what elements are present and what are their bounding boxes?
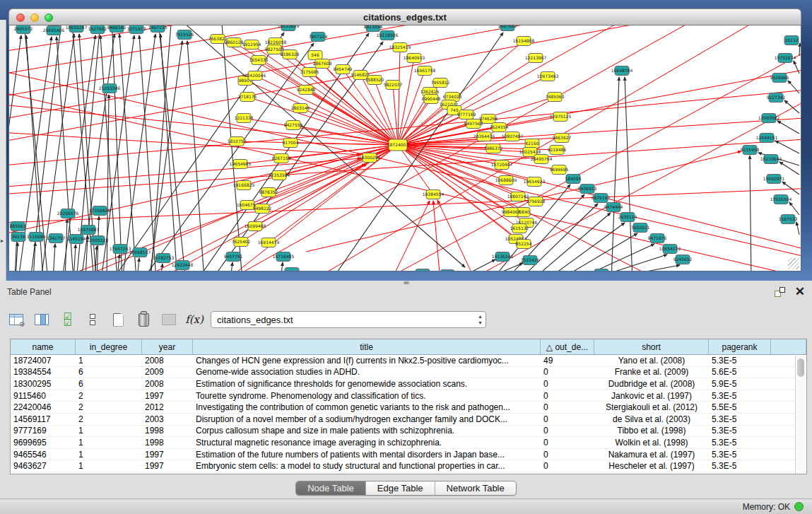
select-columns-button[interactable]: [33, 310, 51, 329]
table-body: 1872400712008Changes of HCN gene express…: [11, 355, 806, 474]
column-header-short[interactable]: short: [594, 339, 709, 354]
table-cell: 1997: [142, 450, 193, 460]
graph-node-label: 3175685: [300, 69, 319, 74]
graph-edge: [398, 145, 666, 271]
graph-node-label: 9227342: [767, 95, 786, 100]
table-row[interactable]: 946362711997Embryonic stem cells: a mode…: [11, 460, 806, 472]
column-header-title[interactable]: title: [193, 339, 541, 354]
graph-edge: [611, 77, 619, 271]
graph-edge: [53, 244, 55, 271]
table-settings-button[interactable]: ⚙: [7, 310, 25, 329]
graph-node-label: 7485063: [546, 94, 565, 99]
graph-node-label: 15720407: [491, 162, 513, 167]
memory-ok-icon[interactable]: [794, 502, 804, 511]
float-panel-icon[interactable]: [775, 287, 785, 297]
tab-edge-table[interactable]: Edge Table: [366, 481, 435, 495]
graph-edge: [73, 245, 76, 271]
graph-node-label: 8267150: [272, 156, 291, 160]
table-cell: Structural magnetic resonance image aver…: [193, 438, 541, 448]
graph-node-label: 12213967: [525, 55, 547, 60]
graph-node-label: 17957253: [110, 246, 131, 251]
column-header-name[interactable]: name: [11, 339, 76, 354]
graph-node-label: 16914479: [258, 240, 280, 245]
graph-node-label: 9245652: [673, 257, 693, 262]
graph-node-label: 1145194: [67, 236, 86, 241]
close-panel-icon[interactable]: ✕: [795, 287, 805, 297]
column-header-pagerank[interactable]: pagerank: [709, 339, 771, 354]
function-builder-button[interactable]: f(x): [185, 310, 204, 329]
table-row[interactable]: 1830029562008Estimation of significance …: [11, 378, 806, 390]
graph-edge: [398, 117, 801, 145]
table-row[interactable]: 1872400712008Changes of HCN gene express…: [11, 355, 806, 367]
graph-node-label: 62160: [525, 141, 539, 146]
graph-node-label: 917004: [283, 140, 299, 145]
window-resize-grip[interactable]: [788, 258, 799, 269]
show-hide-columns-button[interactable]: ☑☑: [58, 310, 76, 329]
create-column-button[interactable]: [109, 310, 127, 329]
graph-edge: [779, 162, 799, 175]
table-selector-dropdown[interactable]: citations_edges.txt ▲▼: [211, 311, 486, 328]
table-cell: 5.3E-5: [709, 450, 771, 460]
graph-node-label: 12923448: [172, 262, 194, 267]
graph-canvas[interactable]: 2405572206914061065528715276028466160107…: [8, 25, 801, 271]
graph-node-label: 8186328: [281, 52, 300, 57]
graph-edge: [433, 201, 440, 271]
tab-node-table[interactable]: Node Table: [296, 481, 366, 495]
zoom-button[interactable]: [45, 13, 53, 22]
graph-node-label: 184095: [565, 176, 582, 181]
table-row[interactable]: 2242004622012Investigating the contribut…: [11, 402, 806, 414]
graph-node-label: 7955812: [431, 80, 450, 85]
stacked-boxes-icon: [90, 314, 95, 325]
table-cell: 2003: [142, 414, 193, 424]
table-row[interactable]: 1938455462009Genome-wide association stu…: [11, 367, 806, 379]
table-cell: 1998: [142, 426, 193, 436]
citation-network-graph[interactable]: 2405572206914061065528715276028466160107…: [9, 25, 801, 271]
table-row[interactable]: 977716911998Corpus callosum shape and si…: [11, 426, 806, 438]
graph-node-label: 9984067: [502, 209, 521, 214]
table-row[interactable]: 911546021997Tourette syndrome. Phenomeno…: [11, 390, 806, 402]
table-vertical-scrollbar[interactable]: [795, 356, 806, 474]
table-cell: Tibbo et al. (1998): [594, 426, 709, 436]
table-cell: 0: [541, 367, 594, 377]
scrollbar-thumb[interactable]: [797, 358, 804, 377]
status-bar: Memory: OK: [0, 498, 812, 514]
graph-edge: [750, 156, 751, 271]
combo-stepper-icon: ▲▼: [478, 313, 483, 326]
graph-node-label: 10655287: [66, 25, 88, 30]
close-button[interactable]: [16, 13, 25, 22]
graph-node-label: 20691406: [43, 28, 65, 33]
network-desktop: citations_edges.txt 24055722069140610655…: [0, 0, 812, 281]
delete-column-button[interactable]: [134, 310, 153, 329]
graph-node[interactable]: [285, 268, 299, 272]
checklist-icon: ☑☑: [64, 313, 71, 326]
table-cell: 0: [541, 379, 594, 389]
graph-node-label: 9463627: [553, 135, 572, 140]
table-cell: 5.3E-5: [709, 426, 771, 436]
graph-node[interactable]: [594, 269, 608, 272]
table-row[interactable]: 946554611997Estimation of the future num…: [11, 449, 806, 461]
column-header-in_degree[interactable]: in_degree: [76, 339, 142, 354]
graph-edge: [393, 85, 398, 145]
panel-collapse-arrow[interactable]: ▸: [1, 238, 4, 244]
table-cell: 9463627: [11, 461, 76, 471]
row-options-button[interactable]: [83, 310, 102, 329]
trash-icon: [139, 313, 149, 327]
graph-node-label: 9827508: [265, 47, 284, 52]
graph-node[interactable]: [416, 269, 430, 272]
network-window-titlebar[interactable]: citations_edges.txt: [8, 8, 801, 25]
table-row[interactable]: 969969511998Structural magnetic resonanc…: [11, 437, 806, 449]
minimize-button[interactable]: [30, 13, 39, 22]
table-cell: 2: [76, 402, 142, 412]
column-header-out_de[interactable]: △ out_de...: [541, 339, 594, 354]
column-header-year[interactable]: year: [142, 339, 193, 354]
window-title: citations_edges.txt: [363, 12, 447, 23]
table-toolbar: ⚙ ☑☑ f(x) citations_edges.txt ▲▼: [7, 306, 805, 333]
table-row[interactable]: 1456911722003Disruption of a novel membe…: [11, 414, 806, 426]
tab-network-table[interactable]: Network Table: [435, 481, 516, 495]
graph-node-label: 9777169: [457, 112, 476, 117]
graph-node-label: 9529966: [770, 75, 789, 80]
graph-node-label: 7932621: [631, 225, 650, 230]
table-cell: 5.3E-5: [709, 414, 771, 424]
graph-node[interactable]: [440, 270, 454, 272]
graph-node-label: 12444151: [756, 135, 778, 140]
